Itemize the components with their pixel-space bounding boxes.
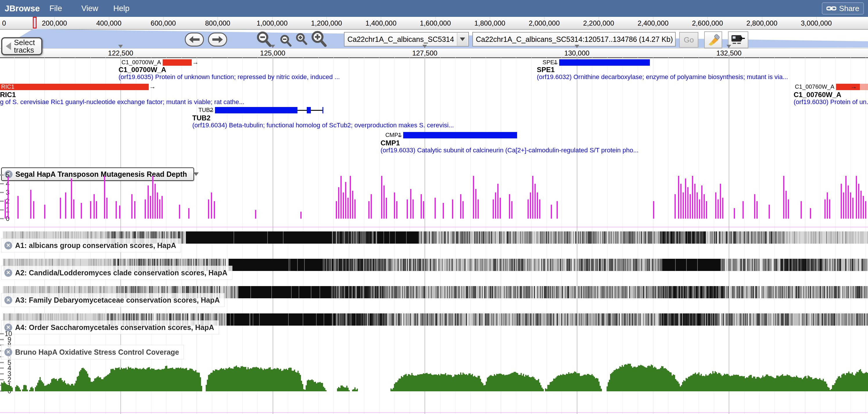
select-tracks-label: Selecttracks [14,39,35,54]
jbrowse-app: JBrowse FileViewHelp Share 0200,000400,0… [0,0,868,414]
close-icon[interactable]: ✕ [4,296,12,304]
conservation-track-title: A1: albicans group conservation scores, … [15,241,176,250]
bruno-coverage-plot[interactable] [0,333,868,393]
triangle-left-icon [6,42,11,50]
conservation-label-a1[interactable]: ✕A1: albicans group conservation scores,… [1,238,181,253]
tracks-pane: C1_00700W_A →C1_00700W_A(orf19.6035) Pro… [0,57,868,414]
bruno-track-title: Bruno HapA Oxidative Stress Control Cove… [15,348,179,356]
segal-read-depth-plot[interactable] [0,173,868,220]
conservation-track-title: A2: Candida/Lodderomyces clade conservat… [15,269,227,277]
track-separator-line [0,227,868,227]
close-icon[interactable]: ✕ [4,242,12,249]
quantitative-tracks: ✕Segal HapA Transposon Mutagenesis Read … [0,0,868,414]
bruno-label-box[interactable]: ✕Bruno HapA Oxidative Stress Control Cov… [1,345,184,359]
conservation-track-title: A4: Order Saccharomycetales conservation… [15,323,214,332]
conservation-label-a4[interactable]: ✕A4: Order Saccharomycetales conservatio… [1,320,219,334]
close-icon[interactable]: ✕ [4,348,12,356]
conservation-label-a2[interactable]: ✕A2: Candida/Lodderomyces clade conserva… [1,266,232,280]
close-icon[interactable]: ✕ [4,269,12,277]
track-separator-line-bottom [0,412,868,413]
conservation-label-a3[interactable]: ✕A3: Family Debaryomycetaceae conservati… [1,293,224,307]
conservation-track-title: A3: Family Debaryomycetaceae conservatio… [15,296,220,304]
select-tracks-button[interactable]: Selecttracks [1,37,42,55]
